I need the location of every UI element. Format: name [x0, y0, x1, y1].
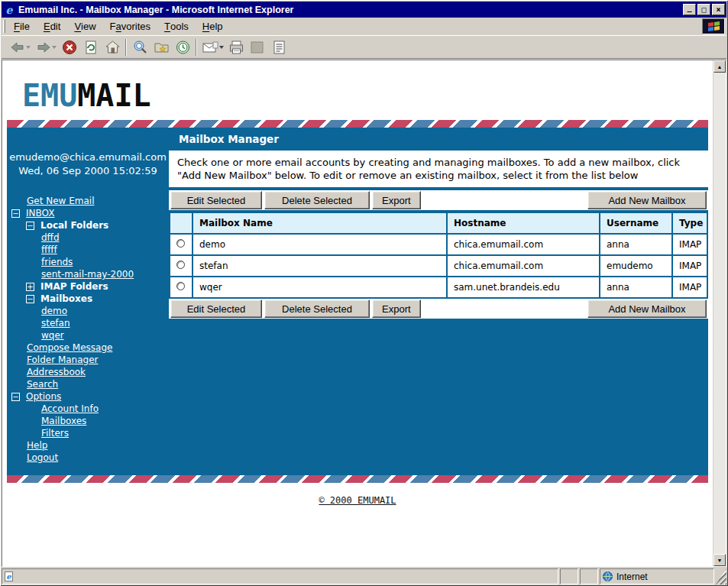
minimize-button[interactable]: _	[683, 4, 696, 15]
menu-view[interactable]: View	[67, 18, 102, 35]
history-button[interactable]	[173, 37, 193, 57]
cell-mailbox-name: stefan	[193, 255, 447, 277]
sidebar-item-mailbox-wqer[interactable]: wqer	[41, 330, 64, 341]
home-icon	[105, 40, 121, 55]
column-header-username: Username	[600, 212, 672, 234]
refresh-button[interactable]	[81, 37, 101, 57]
sidebar-item-search[interactable]: Search	[27, 379, 58, 390]
cell-type: IMAP	[672, 255, 707, 277]
back-dropdown-caret[interactable]	[26, 46, 31, 49]
sidebar-item-mailbox-demo[interactable]: demo	[41, 306, 67, 316]
button-strip-bottom: Edit Selected Delete Selected Export Add…	[169, 299, 708, 319]
print-icon	[228, 40, 244, 55]
sidebar-nav: Get New Email −INBOX −Local Folders dffd…	[7, 195, 169, 464]
toolbar-separator	[125, 39, 127, 56]
page-document-icon: e	[5, 571, 13, 581]
sidebar-group-mailboxes: Mailboxes	[40, 293, 92, 304]
tree-collapse-icon[interactable]: −	[11, 393, 20, 401]
delete-selected-button[interactable]: Delete Selected	[264, 191, 370, 209]
cell-mailbox-name: demo	[193, 234, 447, 255]
mailbox-radio-wqer[interactable]	[176, 282, 185, 290]
sidebar-item-get-new-email[interactable]: Get New Email	[27, 196, 94, 206]
sidebar-item-options-mailboxes[interactable]: Mailboxes	[41, 416, 86, 426]
window-resize-grip[interactable]	[716, 568, 726, 584]
tree-collapse-icon[interactable]: −	[26, 295, 34, 303]
toolbar	[2, 36, 726, 59]
mail-button[interactable]	[200, 37, 225, 57]
mail-dropdown-caret[interactable]	[219, 46, 224, 49]
tree-collapse-icon[interactable]: −	[11, 209, 20, 218]
sidebar-item-folder-friends[interactable]: friends	[41, 257, 73, 267]
cell-type: IMAP	[672, 277, 707, 298]
maximize-icon: □	[701, 6, 706, 14]
home-button[interactable]	[102, 37, 122, 57]
sidebar-item-folder-dffd[interactable]: dffd	[41, 232, 60, 243]
table-row: wqer sam.unet.brandeis.edu anna IMAP	[170, 277, 707, 298]
sidebar-item-mailbox-stefan[interactable]: stefan	[41, 318, 70, 329]
favorites-button[interactable]	[151, 37, 171, 57]
menu-favorites[interactable]: Favorites	[103, 18, 157, 35]
main-content: Mailbox Manager Check one or more email …	[169, 128, 708, 475]
table-row: stefan chica.emumail.com emudemo IMAP	[170, 255, 707, 277]
menu-help[interactable]: Help	[196, 18, 230, 35]
cell-username: emudemo	[600, 255, 672, 277]
sidebar-item-options[interactable]: Options	[26, 391, 61, 402]
tree-expand-icon[interactable]: +	[26, 283, 34, 291]
window-title: Emumail Inc. - Mailbox Manager - Microso…	[18, 5, 681, 15]
close-button[interactable]: ×	[712, 4, 725, 15]
vertical-scrollbar[interactable]: ▲ ▼	[713, 60, 726, 566]
menubar-spacer	[230, 18, 702, 35]
scroll-down-button[interactable]: ▼	[713, 554, 726, 566]
sidebar-item-inbox[interactable]: INBOX	[26, 208, 54, 219]
browser-window: e Emumail Inc. - Mailbox Manager - Micro…	[0, 0, 728, 586]
copyright-link[interactable]: © 2000 EMUMAIL	[319, 495, 396, 506]
export-button-bottom[interactable]: Export	[372, 299, 421, 318]
security-zone-label: Internet	[616, 571, 648, 582]
sidebar-item-account-info[interactable]: Account Info	[41, 403, 99, 414]
sidebar-item-folder-sent-mail[interactable]: sent-mail-may-2000	[41, 269, 134, 280]
add-new-mailbox-button[interactable]: Add New Mailbox	[587, 191, 707, 209]
airmail-stripe-bottom	[7, 475, 708, 483]
scroll-up-button[interactable]: ▲	[713, 60, 726, 73]
stop-button[interactable]	[60, 37, 79, 57]
sidebar-item-folder-manager[interactable]: Folder Manager	[27, 355, 99, 365]
security-zone-cell: Internet	[600, 568, 714, 584]
tree-collapse-icon[interactable]: −	[26, 222, 34, 230]
discuss-button[interactable]	[269, 37, 289, 57]
status-cell-empty-1	[560, 568, 578, 584]
mailbox-table: Mailbox Name Hostname Username Type demo	[169, 212, 708, 299]
sidebar: emudemo@chica.emumail.com Wed, 06 Sep 20…	[7, 128, 169, 475]
edit-selected-button[interactable]: Edit Selected	[170, 191, 262, 209]
back-button[interactable]	[8, 37, 32, 57]
scrollbar-track[interactable]	[713, 73, 726, 554]
edit-icon	[250, 40, 265, 55]
forward-button[interactable]	[34, 37, 58, 57]
content-panel: emudemo@chica.emumail.com Wed, 06 Sep 20…	[7, 120, 708, 483]
add-new-mailbox-button-bottom[interactable]: Add New Mailbox	[587, 299, 707, 318]
menu-file[interactable]: File	[7, 18, 37, 35]
delete-selected-button-bottom[interactable]: Delete Selected	[264, 299, 370, 318]
sidebar-item-filters[interactable]: Filters	[41, 428, 69, 439]
search-button[interactable]	[130, 37, 150, 57]
maximize-button[interactable]: □	[697, 4, 710, 15]
sidebar-item-help[interactable]: Help	[27, 440, 47, 451]
menu-edit[interactable]: Edit	[37, 18, 67, 35]
print-button[interactable]	[226, 37, 246, 57]
edit-selected-button-bottom[interactable]: Edit Selected	[170, 299, 262, 318]
menu-tools[interactable]: Tools	[157, 18, 196, 35]
mailbox-radio-demo[interactable]	[176, 239, 185, 248]
menubar-grip[interactable]	[3, 20, 5, 33]
panel-body: emudemo@chica.emumail.com Wed, 06 Sep 20…	[7, 128, 708, 475]
edit-button[interactable]	[248, 37, 267, 57]
export-button[interactable]: Export	[372, 191, 421, 209]
sidebar-item-folder-fffff[interactable]: fffff	[41, 244, 57, 255]
mailbox-radio-stefan[interactable]	[176, 261, 185, 269]
forward-dropdown-caret[interactable]	[52, 46, 57, 49]
sidebar-item-addressbook[interactable]: Addressbook	[27, 367, 86, 377]
sidebar-item-compose-message[interactable]: Compose Message	[27, 342, 112, 353]
favorites-folder-icon	[154, 40, 170, 55]
discuss-document-icon	[271, 40, 286, 55]
menu-bar: File Edit View Favorites Tools Help	[2, 18, 726, 36]
sidebar-item-logout[interactable]: Logout	[27, 452, 58, 463]
emumail-logo: EMUMAIL	[22, 78, 151, 113]
